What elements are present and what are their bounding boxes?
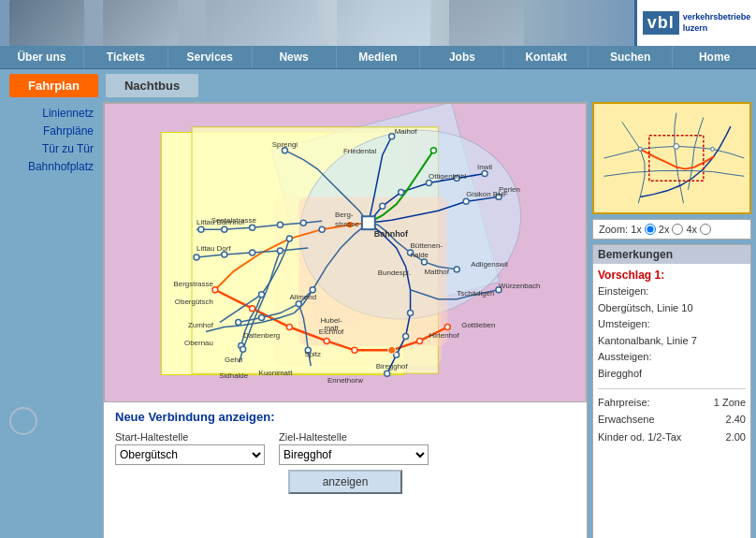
main-content: Liniennetz Fahrpläne Tür zu Tür Bahnhofp…	[0, 97, 756, 538]
nav-home[interactable]: Home	[673, 46, 756, 68]
svg-text:Bahnhof: Bahnhof	[374, 229, 408, 239]
svg-text:Sprengi: Sprengi	[272, 140, 298, 149]
sidebar-link-tuer-zu-tuer[interactable]: Tür zu Tür	[5, 142, 98, 155]
nav-news[interactable]: News	[253, 46, 337, 68]
svg-text:Obernau: Obernau	[184, 339, 213, 347]
tab-fahrplan[interactable]: Fahrplan	[9, 74, 98, 97]
svg-point-39	[380, 203, 385, 209]
fahrpreise-label: Fahrpreise:	[598, 394, 650, 412]
svg-point-7	[482, 171, 487, 177]
end-select[interactable]: Biregghof Bahnhof Obergütsch Perlen	[279, 444, 429, 465]
svg-text:Littau Bahnhof: Littau Bahnhof	[196, 218, 245, 226]
logo-area: vbl verkehrsbetriebeluzern	[634, 0, 756, 46]
svg-text:Büttenen-: Büttenen-	[411, 241, 443, 250]
remarks-panel: Bemerkungen Vorschlag 1: Einsteigen: Obe…	[592, 244, 751, 538]
remarks-title: Bemerkungen	[593, 245, 750, 264]
svg-text:Zumhof: Zumhof	[188, 321, 214, 329]
svg-text:Biregghof: Biregghof	[376, 362, 409, 371]
circle-decoration	[9, 407, 37, 435]
umsteigen-label: Umsteigen:	[598, 318, 650, 329]
svg-text:Obergütsch: Obergütsch	[175, 298, 213, 306]
mini-map	[592, 102, 751, 214]
proposal-details: Einsteigen: Obergütsch, Linie 10 Umsteig…	[598, 284, 746, 383]
logo-vbl-box: vbl	[643, 11, 679, 35]
svg-point-30	[236, 320, 241, 326]
fahrpreise-value: 1 Zone	[714, 394, 746, 412]
kinder-value: 2.00	[726, 429, 746, 446]
map-svg: Sprengi Friedental Maihof Inwil Perlen S…	[105, 104, 586, 401]
subtabs-container: Fahrplan Nachtbus	[0, 69, 756, 97]
svg-text:Ennethorw: Ennethorw	[327, 376, 363, 385]
svg-text:Adligenswil: Adligenswil	[471, 260, 508, 269]
sidebar-link-liniennetz[interactable]: Liniennetz	[5, 107, 98, 120]
svg-point-27	[250, 250, 255, 255]
svg-rect-4	[362, 216, 375, 229]
center-area: Sprengi Friedental Maihof Inwil Perlen S…	[103, 102, 588, 538]
svg-text:Dattenberg: Dattenberg	[243, 331, 280, 340]
erwachsene-label: Erwachsene	[598, 411, 655, 429]
zoom-4x-label: 4x	[686, 224, 697, 235]
form-title: Neue Verbindung anzeigen:	[115, 410, 575, 424]
svg-text:Inwil: Inwil	[477, 163, 492, 171]
svg-point-20	[300, 220, 306, 225]
svg-point-16	[403, 333, 409, 339]
einsteigen-value: Obergütsch, Linie 10	[598, 302, 693, 313]
svg-point-23	[222, 226, 227, 232]
zoom-1x-label: 1x	[631, 224, 642, 235]
zoom-2x-label: 2x	[659, 224, 670, 235]
svg-text:matt: matt	[324, 324, 339, 332]
svg-point-25	[194, 254, 199, 260]
svg-text:Ottigenbühl: Ottigenbühl	[429, 172, 467, 181]
logo-subtitle: verkehrsbetriebeluzern	[683, 12, 751, 34]
svg-rect-90	[595, 104, 749, 212]
end-label: Ziel-Haltestelle	[279, 431, 429, 443]
nav-services[interactable]: Services	[168, 46, 253, 68]
zoom-2x-radio[interactable]	[672, 224, 683, 235]
svg-point-93	[711, 147, 715, 151]
nav-tickets[interactable]: Tickets	[84, 46, 168, 68]
svg-point-33	[319, 226, 325, 232]
svg-point-31	[259, 315, 265, 321]
nav-jobs[interactable]: Jobs	[420, 46, 504, 68]
svg-text:Kuonimatt: Kuonimatt	[259, 369, 294, 377]
right-panel: Zoom: 1x 2x 4x Bemerkungen Vorschlag 1: …	[592, 102, 751, 538]
zoom-control: Zoom: 1x 2x 4x	[592, 219, 751, 240]
svg-text:strasse: strasse	[335, 220, 359, 228]
svg-text:Berg-: Berg-	[335, 211, 354, 219]
kinder-label: Kinder od. 1/2-Tax	[598, 429, 681, 446]
svg-point-91	[674, 144, 679, 150]
nav-suchen[interactable]: Suchen	[589, 46, 673, 68]
sidebar: Liniennetz Fahrpläne Tür zu Tür Bahnhofp…	[5, 102, 98, 538]
svg-text:Gisikon BHF: Gisikon BHF	[466, 190, 508, 198]
svg-text:Allmend: Allmend	[289, 293, 316, 301]
svg-point-36	[296, 301, 301, 307]
header: vbl verkehrsbetriebeluzern	[0, 0, 756, 46]
einsteigen-label: Einsteigen:	[598, 285, 648, 297]
nav-medien[interactable]: Medien	[337, 46, 421, 68]
sidebar-link-bahnhofplatz[interactable]: Bahnhofplatz	[5, 160, 98, 173]
start-select[interactable]: Obergütsch Bahnhof Littau Bahnhof Biregg…	[115, 444, 265, 465]
svg-point-24	[198, 226, 204, 232]
sidebar-link-fahrplaene[interactable]: Fahrpläne	[5, 124, 98, 138]
svg-text:Tschädigen: Tschädigen	[457, 289, 494, 298]
svg-text:Matthof: Matthof	[424, 268, 449, 276]
zoom-4x-radio[interactable]	[700, 224, 711, 235]
anzeigen-button[interactable]: anzeigen	[288, 470, 403, 494]
form-section: Neue Verbindung anzeigen: Start-Halteste…	[104, 402, 587, 502]
zoom-label: Zoom:	[599, 224, 628, 235]
svg-point-50	[430, 148, 436, 153]
svg-point-45	[286, 325, 292, 330]
nav-kontakt[interactable]: Kontakt	[504, 46, 589, 68]
svg-point-21	[277, 222, 283, 227]
svg-point-44	[324, 338, 329, 343]
zoom-1x-radio[interactable]	[645, 224, 656, 235]
svg-point-18	[385, 371, 390, 376]
svg-text:Littau Dorf: Littau Dorf	[196, 244, 231, 253]
svg-point-10	[426, 180, 431, 185]
fare-table: Fahrpreise: 1 Zone Erwachsene 2.40 Kinde…	[598, 394, 746, 446]
svg-point-41	[417, 338, 423, 343]
tab-nachtbus[interactable]: Nachtbus	[106, 74, 198, 97]
transit-map[interactable]: Sprengi Friedental Maihof Inwil Perlen S…	[104, 103, 587, 402]
svg-text:Würzenbach: Würzenbach	[499, 282, 541, 290]
nav-ueber-uns[interactable]: Über uns	[0, 46, 84, 68]
